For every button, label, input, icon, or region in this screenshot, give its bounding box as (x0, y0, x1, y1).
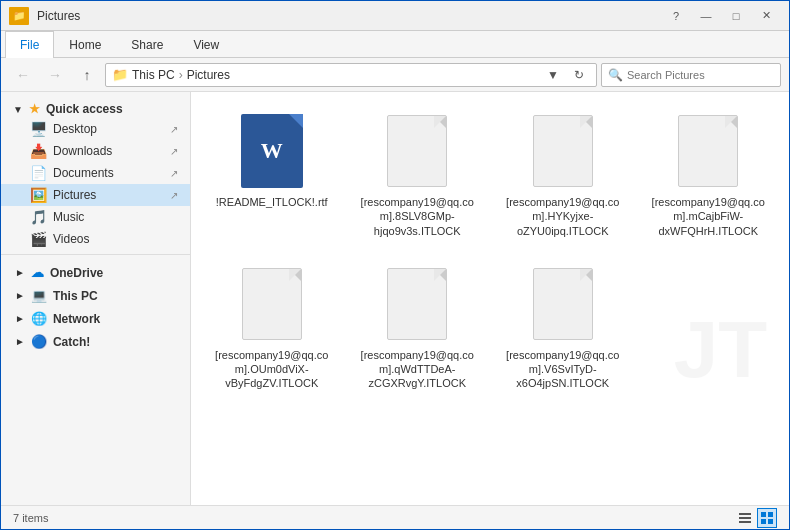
file-item-6[interactable]: [rescompany19@qq.com].V6SvITyD-x6O4jpSN.… (494, 255, 632, 400)
file-item-4[interactable]: [rescompany19@qq.com].OUm0dViX-vByFdgZV.… (203, 255, 341, 400)
sidebar-item-pictures-label: Pictures (53, 188, 96, 202)
file-item-2[interactable]: [rescompany19@qq.com].HYKyjxe-oZYU0ipq.I… (494, 102, 632, 247)
tab-share[interactable]: Share (116, 31, 178, 58)
file-item-5[interactable]: [rescompany19@qq.com].qWdTTDeA-zCGXRvgY.… (349, 255, 487, 400)
sidebar-item-downloads-label: Downloads (53, 144, 112, 158)
sidebar-section-catch[interactable]: ► 🔵 Catch! (1, 328, 190, 351)
search-icon: 🔍 (608, 68, 623, 82)
file-item-readme[interactable]: W !README_ITLOCK!.rtf (203, 102, 341, 247)
file-icon-wrapper-3 (668, 111, 748, 191)
file-item-3[interactable]: [rescompany19@qq.com].mCajbFiW-dxWFQHrH.… (640, 102, 778, 247)
ribbon-tabs: File Home Share View (1, 31, 789, 57)
file-item-1[interactable]: [rescompany19@qq.com].8SLV8GMp-hjqo9v3s.… (349, 102, 487, 247)
content-wrapper: JT W !README_ITLOCK!.rtf (203, 102, 777, 400)
tab-view[interactable]: View (178, 31, 234, 58)
window-title: Pictures (37, 9, 661, 23)
sidebar-item-desktop[interactable]: 🖥️ Desktop ↗ (1, 118, 190, 140)
status-view-icons (735, 508, 777, 528)
title-bar-controls: ? — □ ✕ (661, 2, 781, 30)
list-view-button[interactable] (735, 508, 755, 528)
forward-button[interactable]: → (41, 61, 69, 89)
address-refresh-button[interactable]: ↻ (568, 64, 590, 86)
quick-access-arrow: ▼ (13, 104, 23, 115)
file-name-6: [rescompany19@qq.com].V6SvITyD-x6O4jpSN.… (503, 348, 623, 391)
tab-home[interactable]: Home (54, 31, 116, 58)
onedrive-arrow: ► (15, 267, 25, 278)
sidebar-item-pictures[interactable]: 🖼️ Pictures ↗ (1, 184, 190, 206)
status-item-count: 7 items (13, 512, 735, 524)
maximize-button[interactable]: □ (721, 2, 751, 30)
address-this-pc[interactable]: This PC (132, 68, 175, 82)
sidebar: ▼ ★ Quick access 🖥️ Desktop ↗ 📥 Download… (1, 92, 191, 505)
sidebar-section-quick-access-icon: ★ (29, 102, 40, 116)
sidebar-item-music[interactable]: 🎵 Music (1, 206, 190, 228)
content-area: JT W !README_ITLOCK!.rtf (191, 92, 789, 505)
svg-rect-5 (761, 519, 766, 524)
generic-file-icon-1 (387, 115, 447, 187)
sidebar-item-music-label: Music (53, 210, 84, 224)
this-pc-arrow: ► (15, 290, 25, 301)
sidebar-item-videos[interactable]: 🎬 Videos (1, 228, 190, 250)
this-pc-icon: 💻 (31, 288, 47, 303)
videos-folder-icon: 🎬 (29, 231, 47, 247)
catch-arrow: ► (15, 336, 25, 347)
window-icon: 📁 (9, 7, 29, 25)
file-grid: W !README_ITLOCK!.rtf [rescompany19@qq.c… (203, 102, 777, 400)
tile-view-button[interactable] (757, 508, 777, 528)
search-box: 🔍 (601, 63, 781, 87)
sidebar-section-quick-access[interactable]: ▼ ★ Quick access (1, 96, 190, 118)
address-sep-1: › (179, 68, 183, 82)
network-arrow: ► (15, 313, 25, 324)
file-icon-wrapper-6 (523, 264, 603, 344)
toolbar: ← → ↑ 📁 This PC › Pictures ▼ ↻ 🔍 (1, 58, 789, 92)
sidebar-item-documents[interactable]: 📄 Documents ↗ (1, 162, 190, 184)
word-letter: W (261, 138, 283, 164)
file-name-2: [rescompany19@qq.com].HYKyjxe-oZYU0ipq.I… (503, 195, 623, 238)
sidebar-section-quick-access-label: Quick access (46, 102, 123, 116)
generic-file-icon-6 (533, 268, 593, 340)
up-button[interactable]: ↑ (73, 61, 101, 89)
file-icon-wrapper-2 (523, 111, 603, 191)
generic-file-icon-5 (387, 268, 447, 340)
address-bar: 📁 This PC › Pictures ▼ ↻ (105, 63, 597, 87)
music-folder-icon: 🎵 (29, 209, 47, 225)
main-layout: ▼ ★ Quick access 🖥️ Desktop ↗ 📥 Download… (1, 92, 789, 505)
network-icon: 🌐 (31, 311, 47, 326)
documents-folder-icon: 📄 (29, 165, 47, 181)
sidebar-divider-1 (1, 254, 190, 255)
sidebar-section-this-pc-label: This PC (53, 289, 98, 303)
file-icon-wrapper-1 (377, 111, 457, 191)
svg-rect-2 (739, 521, 751, 523)
address-pictures[interactable]: Pictures (187, 68, 230, 82)
generic-file-icon-2 (533, 115, 593, 187)
help-button[interactable]: ? (661, 2, 691, 30)
sidebar-section-this-pc[interactable]: ► 💻 This PC (1, 282, 190, 305)
title-bar: 📁 Pictures ? — □ ✕ (1, 1, 789, 31)
file-name-3: [rescompany19@qq.com].mCajbFiW-dxWFQHrH.… (648, 195, 768, 238)
sidebar-item-documents-label: Documents (53, 166, 114, 180)
sidebar-section-network[interactable]: ► 🌐 Network (1, 305, 190, 328)
sidebar-section-onedrive[interactable]: ► ☁ OneDrive (1, 259, 190, 282)
onedrive-icon: ☁ (31, 265, 44, 280)
file-icon-wrapper-4 (232, 264, 312, 344)
sidebar-item-downloads[interactable]: 📥 Downloads ↗ (1, 140, 190, 162)
back-button[interactable]: ← (9, 61, 37, 89)
title-bar-icons: 📁 (9, 7, 29, 25)
search-input[interactable] (627, 69, 774, 81)
sidebar-section-catch-label: Catch! (53, 335, 90, 349)
generic-file-icon-4 (242, 268, 302, 340)
catch-icon: 🔵 (31, 334, 47, 349)
svg-rect-0 (739, 513, 751, 515)
close-button[interactable]: ✕ (751, 2, 781, 30)
svg-rect-4 (768, 512, 773, 517)
svg-rect-3 (761, 512, 766, 517)
address-dropdown-button[interactable]: ▼ (542, 64, 564, 86)
downloads-folder-icon: 📥 (29, 143, 47, 159)
pictures-folder-icon: 🖼️ (29, 187, 47, 203)
file-name-5: [rescompany19@qq.com].qWdTTDeA-zCGXRvgY.… (357, 348, 477, 391)
word-file-icon: W (241, 114, 303, 188)
tab-file[interactable]: File (5, 31, 54, 58)
sidebar-section-network-label: Network (53, 312, 100, 326)
file-icon-wrapper-readme: W (232, 111, 312, 191)
minimize-button[interactable]: — (691, 2, 721, 30)
